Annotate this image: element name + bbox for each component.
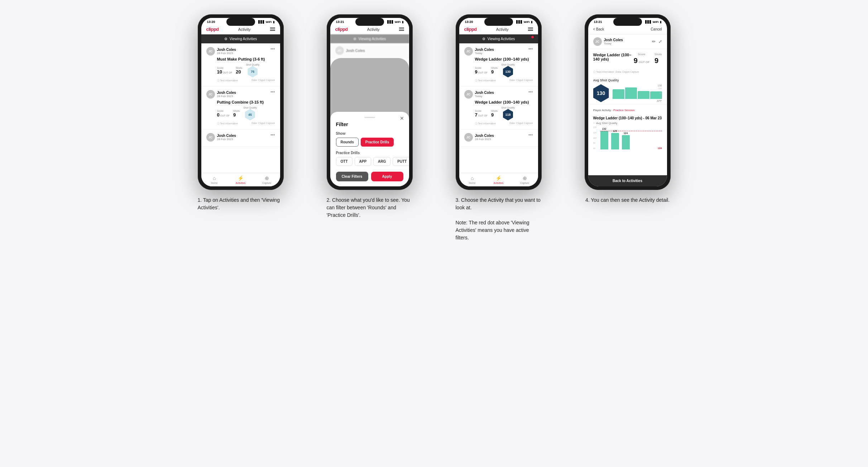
hexagon-wrapper-1-2: 45 (243, 109, 257, 120)
avatar-3-2: JC (464, 90, 473, 99)
arg-button-2[interactable]: ARG (373, 157, 390, 166)
home-label-1: Home (211, 182, 218, 184)
edit-icon-4[interactable]: ✏ (652, 39, 656, 44)
nav-home-1[interactable]: ⌂ Home (201, 173, 227, 186)
back-button-4[interactable]: < Back (593, 27, 604, 31)
info-right-3-1: Data: Clippd Capture (509, 79, 533, 82)
hamburger-icon-2[interactable] (399, 28, 404, 31)
practice-drills-button-2[interactable]: Practice Drills (361, 138, 394, 147)
card-header-1-2: JC Josh Coles 28 Feb 2023 ••• (206, 90, 275, 99)
drill-type-buttons-2: OTT APP ARG PUTT (336, 157, 403, 166)
score-group-3-2: Score 7 OUT OF (475, 110, 488, 118)
avatar-4: JC (593, 37, 602, 46)
sub-bars-inner-4: 132 129 124 (600, 126, 662, 149)
more-dots-3-1[interactable]: ••• (528, 47, 533, 51)
phone-screen-4: 13:21 ▋▋▋ WiFi ▮ < Back Cancel JC (588, 18, 667, 186)
shots-value-1-2: 9 (233, 112, 240, 118)
home-icon-3: ⌂ (471, 175, 474, 181)
sub-bars-4: 140 120 100 80 60 132 (593, 126, 662, 149)
big-shots-4: 9 (654, 57, 658, 65)
big-hex-4: 130 (593, 84, 609, 102)
shots-group-3-1: Shots 9 (491, 67, 498, 75)
phone-screen-2: 13:21 ▋▋▋ WiFi ▮ clippd Activity (330, 18, 409, 186)
phone-column-4: 13:21 ▋▋▋ WiFi ▮ < Back Cancel JC (570, 14, 685, 204)
close-icon-2[interactable]: ✕ (400, 115, 404, 121)
rounds-button-2[interactable]: Rounds (336, 138, 359, 147)
more-dots-1-3[interactable]: ••• (270, 133, 275, 137)
player-activity-label-4: Player Activity · Practice Session (593, 109, 635, 112)
activity-card-1-2[interactable]: JC Josh Coles 28 Feb 2023 ••• Putting Co… (201, 86, 280, 129)
time-4: 13:21 (594, 20, 602, 24)
more-dots-1-1[interactable]: ••• (270, 47, 275, 51)
nav-home-3[interactable]: ⌂ Home (459, 173, 485, 186)
hamburger-icon-3[interactable] (528, 28, 533, 31)
score-col-label-4: Score (634, 53, 649, 56)
detail-user-info-4: JC Josh Coles Today (593, 37, 623, 46)
more-dots-1-2[interactable]: ••• (270, 90, 275, 94)
nav-activities-3[interactable]: ⚡ Activities (485, 173, 512, 186)
home-label-3: Home (469, 182, 476, 184)
nav-capture-3[interactable]: ⊕ Capture (512, 173, 538, 186)
user-info-1-3: JC Josh Coles 28 Feb 2023 (206, 133, 236, 142)
score-group-1-1: Score 10 OUT OF (217, 67, 232, 75)
phone-notch-4 (613, 18, 642, 26)
activity-card-1-3[interactable]: JC Josh Coles 28 Feb 2023 ••• (201, 129, 280, 147)
putt-button-2[interactable]: PUTT (393, 157, 409, 166)
more-dots-3-2[interactable]: ••• (528, 90, 533, 94)
activity-card-3-3[interactable]: JC Josh Coles 28 Feb 2023 ••• (459, 129, 538, 147)
status-icons-4: ▋▋▋ WiFi ▮ (645, 20, 661, 24)
capture-label-1: Capture (262, 182, 271, 184)
big-score-4: 9 (634, 57, 638, 65)
battery-icon-1: ▮ (273, 20, 274, 24)
expand-icon-4[interactable]: ⤢ (658, 39, 662, 44)
signal-icon-3: ▋▋▋ (516, 20, 523, 24)
shots-value-3-2: 9 (491, 112, 498, 118)
ott-button-2[interactable]: OTT (336, 157, 353, 166)
info-row-3-2: ⓘ Test Information Data: Clippd Capture (475, 122, 533, 125)
user-name-1-1: Josh Coles (217, 48, 236, 52)
clear-filters-button-2[interactable]: Clear Filters (336, 172, 368, 181)
chart-x-label-4: APP (613, 100, 662, 102)
time-2: 13:21 (336, 20, 344, 24)
activity-card-3-2[interactable]: JC Josh Coles Today ••• Wedge Ladder (10… (459, 86, 538, 129)
nav-capture-1[interactable]: ⊕ Capture (254, 173, 280, 186)
detail-user-row-4: JC Josh Coles Today ✏ ⤢ (588, 34, 667, 49)
bar-4-1 (613, 89, 624, 99)
info-left-1-2: ⓘ Test Information (217, 122, 238, 125)
nav-activities-1[interactable]: ⚡ Activities (227, 173, 254, 186)
out-of-3-2: OUT OF (478, 114, 488, 117)
banner-text-1: Viewing Activities (230, 37, 257, 41)
quality-badge-3-2: 118 (503, 109, 513, 120)
user-date-1-1: 28 Feb 2023 (217, 52, 236, 55)
back-to-activities-button-4[interactable]: Back to Activities (588, 175, 667, 186)
app-button-2[interactable]: APP (355, 157, 371, 166)
hamburger-icon-1[interactable] (270, 28, 275, 31)
user-name-3-3: Josh Coles (475, 134, 494, 138)
screen-content-1: JC Josh Coles 28 Feb 2023 ••• Must Make … (201, 43, 280, 173)
viewing-banner-2: ⚙ Viewing Activities (330, 34, 409, 43)
viewing-banner-3[interactable]: ⚙ Viewing Activities (459, 34, 538, 43)
phone-1: 13:20 ▋▋▋ WiFi ▮ clippd Activity (198, 14, 284, 190)
avg-quality-label-4: Avg Shot Quality (593, 78, 662, 82)
phone-column-1: 13:20 ▋▋▋ WiFi ▮ clippd Activity (183, 14, 298, 211)
quality-group-1-1: Shot Quality 75 (246, 63, 259, 77)
score-value-1-1: 10 (217, 69, 222, 75)
more-dots-3-3[interactable]: ••• (528, 133, 533, 137)
cancel-button-4[interactable]: Cancel (651, 27, 662, 31)
info-right-1-1: Data: Clippd Capture (251, 79, 275, 82)
info-left-1-1: ⓘ Test Information (217, 79, 238, 82)
card-header-3-3: JC Josh Coles 28 Feb 2023 ••• (464, 133, 533, 142)
shots-col-4: Shots 9 (654, 53, 662, 65)
activity-card-3-1[interactable]: JC Josh Coles Today ••• Wedge Ladder (10… (459, 43, 538, 86)
filter-actions-2: Clear Filters Apply (336, 172, 403, 181)
hexagon-wrapper-1-1: 75 (246, 66, 259, 77)
phone-screen-1: 13:20 ▋▋▋ WiFi ▮ clippd Activity (201, 18, 280, 186)
app-logo-3: clippd (464, 27, 477, 32)
viewing-banner-1[interactable]: ⚙ Viewing Activities (201, 34, 280, 43)
activity-card-1-1[interactable]: JC Josh Coles 28 Feb 2023 ••• Must Make … (201, 43, 280, 86)
stats-row-1-2: Score 0 OUT OF Shots 9 (217, 106, 275, 120)
apply-button-2[interactable]: Apply (371, 172, 403, 181)
capture-icon-1: ⊕ (265, 175, 269, 181)
banner-text-2: Viewing Activities (359, 37, 386, 41)
phone-3: 13:20 ▋▋▋ WiFi ▮ clippd Activity (456, 14, 542, 190)
